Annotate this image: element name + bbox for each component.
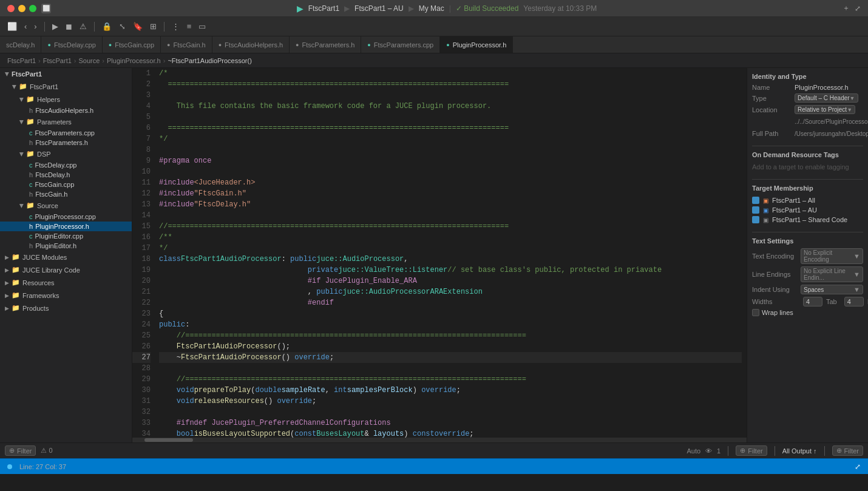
indent-using-label: Indent Using [752, 286, 801, 293]
separator2: ▶ [409, 4, 414, 13]
sidebar-item-ftscdelay-h[interactable]: h FtscDelay.h [0, 170, 132, 180]
sidebar-item-ftscgain-h[interactable]: h FtscGain.h [0, 189, 132, 199]
add-button[interactable]: ＋ [843, 3, 850, 13]
grid-button[interactable]: ⊞ [147, 21, 159, 32]
sidebar-toggle-icon[interactable]: ⬜ [5, 21, 19, 32]
group-label: Frameworks [22, 292, 59, 299]
target-checkbox-all[interactable] [752, 197, 759, 204]
sidebar-item-pluginprocessor-cpp[interactable]: c PluginProcessor.cpp [0, 212, 132, 222]
indent-width-input[interactable] [844, 297, 864, 306]
code-lines[interactable]: /* =====================================… [154, 68, 747, 438]
group-icon: 📁 [12, 279, 20, 286]
target-checkbox-shared[interactable] [752, 216, 759, 223]
sidebar-item-ftscaudiohelpers[interactable]: h FtscAudioHelpers.h [0, 106, 132, 115]
filter-box-right[interactable]: ⊕ Filter [832, 445, 863, 456]
relative-path-row: ../../Source/PluginProcessor.h [752, 117, 863, 126]
chevron-icon: ▶ [5, 280, 9, 286]
sidebar-group-products[interactable]: ▶ 📁 Products [0, 302, 132, 314]
wrap-row: Wrap lines [752, 309, 863, 316]
split-h-button[interactable]: ≡ [185, 21, 194, 32]
sidebar-item-ftscparameters-cpp[interactable]: c FtscParameters.cpp [0, 128, 132, 138]
tab-scdelay-h[interactable]: scDelay.h [0, 36, 41, 53]
minimize-button[interactable] [18, 5, 25, 12]
breadcrumb-part1[interactable]: FtscPart1 [7, 57, 36, 64]
panel-button[interactable]: ▭ [196, 21, 208, 32]
code-editor[interactable]: 12345 678910 1112131415 1617181920 21222… [132, 68, 747, 442]
tab-ftscgain-cpp[interactable]: ● FtscGain.cpp [103, 36, 161, 53]
sidebar-group-jucemodules[interactable]: ▶ 📁 JUCE Modules [0, 251, 132, 263]
separator: ▶ [344, 4, 350, 13]
issue-count: 1 [717, 447, 721, 455]
location-value-box[interactable]: Relative to Project ▼ [795, 105, 855, 114]
location-label: Location [752, 106, 795, 113]
split-v-button[interactable]: ⋮ [169, 21, 182, 32]
fullpath-row: Full Path /Users/junsungahn/Desktop/Domi… [752, 129, 863, 138]
sidebar-group-jucelibrary[interactable]: ▶ 📁 JUCE Library Code [0, 263, 132, 276]
breadcrumb-part3[interactable]: Source [79, 57, 100, 64]
forward-button[interactable]: › [32, 21, 39, 32]
tab-ftscparameters-h[interactable]: ● FtscParameters.h [290, 36, 361, 53]
filter-label-middle: Filter [748, 447, 762, 455]
tab-ftscparameters-cpp[interactable]: ● FtscParameters.cpp [361, 36, 440, 53]
tab-label: Tab [826, 298, 837, 305]
type-value-box[interactable]: Default – C Header ▼ [795, 93, 858, 103]
sidebar-item-ftscgain-cpp[interactable]: c FtscGain.cpp [0, 180, 132, 189]
encoding-value-box[interactable]: No Explicit Encoding ▼ [801, 248, 863, 264]
breadcrumb-part2[interactable]: FtscPart1 [43, 57, 72, 64]
warning-button[interactable]: ⚠ [77, 21, 89, 32]
scrollbar-thumb[interactable] [144, 438, 193, 442]
expand-button[interactable]: ⤢ [855, 4, 861, 13]
sidebar-item-plugineditor-h[interactable]: h PluginEditor.h [0, 241, 132, 251]
code-line-20: #if JucePlugin_Enable_ARA [159, 276, 742, 286]
eye-icon[interactable]: 👁 [705, 447, 712, 455]
line-endings-value-box[interactable]: No Explicit Line Endin... ▼ [801, 266, 863, 282]
sidebar-group-dsp[interactable]: ▶ 📁 DSP [0, 147, 132, 160]
tab-ftscdelay-cpp[interactable]: ● FtscDelay.cpp [41, 36, 102, 53]
sidebar-group-source[interactable]: ▶ 📁 Source [0, 199, 132, 212]
code-line-9: #pragma once [159, 155, 742, 166]
target-label-shared: FtscPart1 – Shared Code [772, 216, 847, 223]
back-button[interactable]: ‹ [22, 21, 29, 32]
sidebar-group-resources[interactable]: ▶ 📁 Resources [0, 276, 132, 289]
sidebar-group-header-ftscpart1[interactable]: ▶ FtscPart1 [0, 68, 132, 80]
chevron-icon: ▶ [12, 84, 18, 89]
location-value: Relative to Project [798, 106, 847, 113]
sidebar-item-ftscdelay-cpp[interactable]: c FtscDelay.cpp [0, 160, 132, 170]
indent-using-value-box[interactable]: Spaces ▼ [801, 285, 863, 294]
maximize-icon[interactable]: ⤢ [855, 462, 861, 471]
filter-box-middle[interactable]: ⊕ Filter [736, 445, 767, 456]
play-button[interactable]: ▶ [297, 4, 303, 13]
breadcrumb-part4[interactable]: PluginProcessor.h [107, 57, 161, 64]
sidebar-toggle-btn[interactable]: ⬜ [41, 4, 51, 13]
code-line-31: void releaseResources() override; [159, 396, 742, 407]
sidebar-item-plugineditor-cpp[interactable]: c PluginEditor.cpp [0, 231, 132, 241]
run-button[interactable]: ▶ [50, 21, 61, 32]
git-button[interactable]: ⤡ [117, 21, 128, 32]
wrap-lines-checkbox[interactable] [752, 309, 759, 316]
horizontal-scrollbar[interactable] [132, 438, 747, 442]
group-icon: 📁 [26, 95, 35, 103]
lock-icon[interactable]: 🔒 [100, 21, 114, 32]
sidebar-group-frameworks[interactable]: ▶ 📁 Frameworks [0, 289, 132, 302]
sidebar-item-pluginprocessor-h[interactable]: h PluginProcessor.h [0, 222, 132, 231]
sidebar-group-header-ftscpart1-inner[interactable]: ▶ 📁 FtscPart1 [0, 80, 132, 93]
sidebar-item-ftscparameters-h[interactable]: h FtscParameters.h [0, 138, 132, 147]
close-button[interactable] [7, 5, 15, 12]
filter-box-left[interactable]: ⊕ Filter [5, 445, 36, 456]
item-label: PluginEditor.h [35, 242, 76, 249]
bottom-panel-tabs: ⊕ Filter ⚠ 0 Auto 👁 1 ⊕ Filter All Outpu… [0, 442, 868, 458]
tab-ftscgain-h[interactable]: ● FtscGain.h [161, 36, 212, 53]
fullpath-label: Full Path [752, 130, 795, 137]
tab-pluginprocessor-h[interactable]: ● PluginProcessor.h [440, 36, 513, 53]
sidebar-group-helpers[interactable]: ▶ 📁 Helpers [0, 93, 132, 106]
sidebar-group-parameters[interactable]: ▶ 📁 Parameters [0, 115, 132, 128]
breadcrumb-part5[interactable]: ~FtscPart1AudioProcessor() [168, 57, 251, 64]
tab-ftscaudiohelpers-h[interactable]: ● FtscAudioHelpers.h [212, 36, 290, 53]
target-checkbox-au[interactable] [752, 206, 759, 214]
bookmark-button[interactable]: 🔖 [131, 21, 145, 32]
stop-button[interactable]: ◼ [63, 21, 75, 32]
chevron-icon: ▶ [4, 72, 10, 76]
maximize-button[interactable] [29, 5, 36, 12]
file-icon: c [29, 129, 33, 137]
tab-width-input[interactable] [803, 297, 822, 306]
